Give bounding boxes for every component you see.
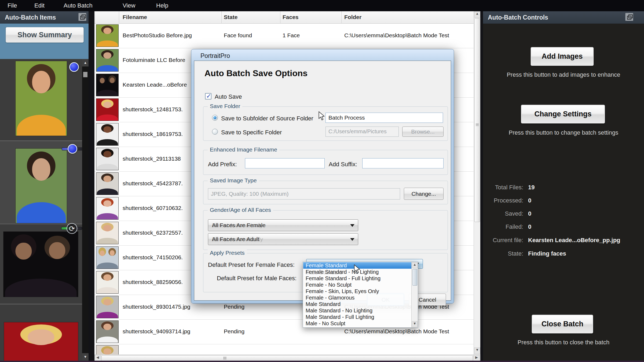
age-combo[interactable]: All Faces Are Adult Detect Automatically — [208, 233, 358, 245]
scroll-up-icon[interactable]: ▲ — [82, 59, 89, 67]
float-panel-icon[interactable] — [625, 13, 633, 21]
menu-file[interactable]: File — [8, 2, 17, 9]
cell-state: Face found — [224, 32, 252, 39]
cell-state: Pending — [224, 328, 244, 335]
cell-filename: BestPhotoStudio Before.jpg — [123, 32, 192, 39]
scroll-down-icon[interactable]: ▼ — [412, 321, 418, 327]
scrollbar-thumb[interactable] — [474, 18, 480, 222]
sidebar-scrollbar[interactable]: ▲ ▼ — [82, 59, 89, 361]
prefix-input[interactable] — [245, 158, 325, 168]
dropdown-item[interactable]: Male Standard — [303, 301, 412, 307]
save-specific-radio[interactable] — [212, 129, 218, 135]
window-edge — [0, 361, 644, 362]
table-vertical-scrollbar[interactable]: ▲ ▼ — [474, 11, 480, 354]
row-thumbnail — [96, 98, 119, 121]
list-item[interactable] — [0, 304, 82, 361]
subfolder-name-input[interactable]: Batch Process — [325, 113, 443, 123]
menu-auto-batch[interactable]: Auto Batch — [64, 2, 93, 9]
thumbnail-portrait — [15, 61, 67, 136]
change-settings-button[interactable]: Change Settings — [521, 105, 605, 123]
menu-bar: File Edit Auto Batch View Help — [0, 0, 644, 11]
specific-folder-input[interactable]: C:/Users/emma/Pictures — [325, 127, 399, 137]
auto-save-checkbox[interactable] — [205, 93, 211, 99]
close-batch-button[interactable]: Close Batch — [532, 315, 593, 333]
total-files-value: 19 — [528, 184, 535, 191]
row-thumbnail — [96, 271, 119, 294]
list-item[interactable] — [0, 59, 82, 140]
dropdown-item[interactable]: Male - No Sculpt — [303, 320, 412, 327]
mouse-cursor — [318, 111, 325, 120]
table-row[interactable] — [94, 344, 474, 354]
add-images-caption: Press this button to add images to enhan… — [488, 71, 639, 78]
scroll-left-icon[interactable]: ◀ — [94, 355, 101, 361]
scrollbar-thumb[interactable] — [83, 72, 87, 77]
dropdown-item[interactable]: Male Standard - Full Lighting — [303, 314, 412, 320]
age-combo-value: All Faces Are Adult — [212, 236, 259, 242]
menu-edit[interactable]: Edit — [34, 2, 45, 9]
table-row[interactable]: BestPhotoStudio Before.jpg Face found 1 … — [94, 24, 474, 48]
gender-combo[interactable]: All Faces Are Female Detect Automaticall… — [208, 219, 358, 231]
dialog-heading: Auto Batch Save Options — [204, 68, 308, 78]
column-header-faces[interactable]: Faces — [283, 14, 299, 20]
dropdown-item[interactable]: Female Standard - Full Lighting — [303, 275, 412, 282]
row-thumbnail — [96, 49, 119, 72]
row-thumbnail — [96, 148, 119, 170]
cell-faces: 1 Face — [283, 32, 300, 39]
row-thumbnail — [96, 296, 119, 318]
auto-batch-controls-panel: Auto-Batch Controls Add Images Press thi… — [483, 11, 644, 361]
list-item[interactable]: ⟳ — [0, 224, 82, 304]
row-thumbnail — [96, 246, 119, 269]
scroll-up-icon[interactable]: ▲ — [474, 11, 480, 18]
cell-filename: shutterstock_89301475.jpg — [123, 304, 190, 310]
cell-filename: shutterstock_45423787. — [123, 180, 183, 187]
browse-button[interactable]: Browse... — [402, 127, 444, 137]
dropdown-scrollbar[interactable]: ▲ ▼ — [411, 262, 418, 327]
scrollbar-thumb[interactable] — [412, 269, 417, 286]
portraitpro-window: File Edit Auto Batch View Help Auto-Batc… — [0, 0, 644, 362]
dropdown-item[interactable]: Female - No Sculpt — [303, 282, 412, 288]
male-preset-label: Default Preset for Male Faces: — [217, 275, 297, 282]
saved-value: 0 — [528, 210, 531, 217]
group-label: Gender/Age of All Faces — [208, 207, 273, 213]
suffix-input[interactable] — [362, 158, 444, 168]
saved-image-type-group: Saved Image Type JPEG, Quality: 100 (Max… — [203, 181, 448, 204]
group-label: Saved Image Type — [208, 177, 259, 184]
row-thumbnail — [96, 197, 119, 220]
cell-folder: C:\Users\emma\Desktop\Batch Mode Test — [344, 32, 449, 39]
column-header-folder[interactable]: Folder — [344, 14, 361, 20]
close-batch-caption: Press this button to close the batch — [488, 339, 639, 346]
show-summary-button[interactable]: Show Summary — [6, 27, 84, 43]
list-item[interactable] — [0, 141, 82, 223]
change-image-type-button[interactable]: Change... — [404, 188, 444, 200]
current-file-label: Current file: — [483, 237, 523, 244]
scroll-down-icon[interactable]: ▼ — [82, 353, 89, 361]
scroll-up-icon[interactable]: ▲ — [412, 262, 418, 268]
add-images-button[interactable]: Add Images — [531, 47, 594, 66]
scroll-right-icon[interactable]: ▶ — [473, 355, 480, 361]
processed-label: Processed: — [483, 197, 523, 204]
dropdown-item[interactable]: Male Standard - No Lighting — [303, 307, 412, 314]
scrollbar-thumb[interactable] — [101, 355, 473, 361]
summary-area: Show Summary — [0, 24, 89, 59]
menu-view[interactable]: View — [123, 2, 135, 9]
dropdown-item[interactable]: Female - Skin, Lips, Eyes Only — [303, 288, 412, 294]
float-panel-icon[interactable] — [78, 13, 86, 21]
row-thumbnail — [96, 222, 119, 244]
column-header-filename[interactable]: Filename — [123, 14, 147, 20]
dropdown-item[interactable]: Female - Glamorous — [303, 294, 412, 301]
cell-filename: shutterstock_18619753. — [123, 131, 183, 137]
scroll-down-icon[interactable]: ▼ — [474, 348, 480, 354]
table-header: Filename State Faces Folder — [94, 11, 474, 24]
thumbnail-portrait — [15, 148, 67, 223]
row-thumbnail — [96, 24, 119, 47]
menu-help[interactable]: Help — [156, 2, 168, 9]
thumbnail-portrait — [3, 231, 78, 297]
status-complete-icon — [69, 62, 79, 72]
dialog-title: PortraitPro — [200, 52, 230, 60]
save-specific-label: Save to Specific Folder — [221, 129, 282, 136]
column-header-state[interactable]: State — [224, 14, 237, 20]
female-preset-label: Default Preset for Female Faces: — [208, 261, 295, 268]
save-subfolder-radio[interactable] — [212, 115, 218, 121]
total-files-label: Total Files: — [483, 184, 523, 191]
processed-value: 0 — [528, 197, 531, 204]
